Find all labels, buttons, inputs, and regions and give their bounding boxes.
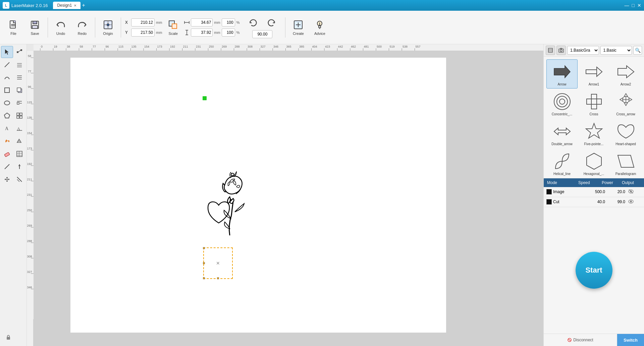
fill-tool[interactable] xyxy=(1,135,13,147)
width-pct-input[interactable] xyxy=(222,18,235,26)
rect-tool[interactable] xyxy=(1,84,13,96)
svg-rect-179 xyxy=(587,99,601,104)
minimize-button[interactable]: — xyxy=(625,3,629,8)
y-input[interactable] xyxy=(131,28,155,37)
pen-tool[interactable] xyxy=(1,59,13,71)
shape-item-helical[interactable]: Helical_line xyxy=(546,149,578,178)
svg-text:211: 211 xyxy=(27,178,32,181)
advice-button[interactable]: Advice xyxy=(310,14,330,41)
object-tool[interactable] xyxy=(14,97,26,109)
tab-close-button[interactable]: ✕ xyxy=(74,4,76,7)
shape-item-hexagonal[interactable]: Hexagonal_... xyxy=(578,149,609,178)
ellipse-tool[interactable] xyxy=(1,97,13,109)
helical-label: Helical_line xyxy=(553,172,571,176)
slice-tool[interactable] xyxy=(14,173,26,185)
new-tab-button[interactable]: + xyxy=(82,2,85,8)
svg-marker-182 xyxy=(586,123,602,138)
shape-item-cross[interactable]: Cross xyxy=(578,89,609,118)
rotate-cw-button[interactable] xyxy=(263,17,280,29)
handle-bottom-mid[interactable] xyxy=(217,277,219,279)
eraser-tool[interactable] xyxy=(1,148,13,160)
handle-mid-left[interactable] xyxy=(203,262,205,264)
svg-rect-49 xyxy=(20,116,22,118)
svg-point-41 xyxy=(4,101,10,105)
cut-visibility-toggle[interactable] xyxy=(628,198,641,206)
disconnect-button[interactable]: Disconnect xyxy=(544,334,617,346)
scale-button[interactable]: Scale xyxy=(165,14,181,41)
text-tool[interactable]: A xyxy=(1,122,13,134)
handle-top-left[interactable] xyxy=(203,247,205,249)
undo-label: Undo xyxy=(56,32,65,36)
curve-tool[interactable] xyxy=(1,71,13,83)
canvas[interactable]: ✕ xyxy=(34,51,543,346)
disconnect-label: Disconnect xyxy=(573,338,593,342)
canvas-area[interactable]: 0193858779611513515417319221123125026928… xyxy=(27,44,543,346)
file-button[interactable]: File xyxy=(3,14,23,41)
close-button[interactable]: ✕ xyxy=(637,3,641,8)
svg-text:327: 327 xyxy=(261,45,266,48)
svg-text:462: 462 xyxy=(351,45,356,48)
hexagonal-label: Hexagonal_... xyxy=(584,172,604,176)
panel-view-btn[interactable] xyxy=(546,46,555,55)
copy-tool[interactable] xyxy=(14,84,26,96)
shape-item-concentric[interactable]: Concentric_... xyxy=(546,89,578,118)
shape-item-arrow2[interactable]: Arrow2 xyxy=(610,59,641,89)
image-visibility-toggle[interactable] xyxy=(628,188,641,195)
maximize-button[interactable]: □ xyxy=(632,3,635,8)
start-button[interactable]: Start xyxy=(576,252,612,289)
rotation-input[interactable] xyxy=(252,30,272,38)
toolbox: A A xyxy=(0,44,27,346)
rotate-ccw-button[interactable] xyxy=(245,17,262,29)
node-tool[interactable] xyxy=(14,46,25,58)
canvas-white-area[interactable]: ✕ xyxy=(70,58,446,333)
svg-marker-180 xyxy=(620,94,632,106)
edit-fill-tool[interactable] xyxy=(14,135,26,147)
preview-tool[interactable] xyxy=(14,161,26,173)
x-unit: mm xyxy=(156,20,162,24)
svg-text:519: 519 xyxy=(390,45,395,48)
layer-row-cut[interactable]: Cut 40.0 99.0 xyxy=(544,197,644,207)
x-input[interactable] xyxy=(131,18,155,26)
select-tool[interactable] xyxy=(1,46,13,58)
layer-row-image[interactable]: Image 500.0 20.0 xyxy=(544,187,644,197)
shape-grid: Arrow Arrow1 Arrow2 Concen xyxy=(544,57,644,178)
shape-item-double-arrow[interactable]: Double_arrow xyxy=(546,119,578,148)
heart-shape-icon xyxy=(616,121,636,141)
shape-item-five-pointed[interactable]: Five-pointe... xyxy=(578,119,609,148)
switch-button[interactable]: Switch xyxy=(617,334,644,346)
measure-tool[interactable] xyxy=(1,161,13,173)
save-button[interactable]: Save xyxy=(25,14,45,41)
align-tool[interactable] xyxy=(14,71,26,83)
width-row: mm % xyxy=(184,18,239,26)
undo-button[interactable]: Undo xyxy=(51,14,71,41)
origin-button[interactable]: Origin xyxy=(98,14,118,41)
shape-subcategory-select[interactable]: 1.Basic xyxy=(600,46,632,55)
shape-item-arrow1[interactable]: Arrow1 xyxy=(578,59,609,89)
shape-category-select[interactable]: 1.BasicGra xyxy=(567,46,599,55)
app-title: LaserMaker 2.0.16 xyxy=(11,3,48,8)
lock-tool[interactable] xyxy=(2,331,14,343)
table-tool[interactable] xyxy=(14,148,26,160)
shape-item-arrow[interactable]: Arrow xyxy=(546,59,578,89)
shape-search-button[interactable]: 🔍 xyxy=(633,46,642,55)
guide-tool[interactable]: A xyxy=(14,122,26,134)
height-pct-input[interactable] xyxy=(222,28,235,37)
shape-item-cross-arrow[interactable]: Cross_arrow xyxy=(610,89,641,118)
scatter-tool[interactable] xyxy=(1,173,13,185)
shape-item-heart[interactable]: Heart-shaped xyxy=(610,119,641,148)
svg-text:38: 38 xyxy=(67,45,70,48)
separator-2 xyxy=(95,17,95,38)
layers-tool[interactable] xyxy=(14,59,26,71)
width-input[interactable] xyxy=(191,18,213,26)
grid-tool[interactable] xyxy=(14,110,26,122)
redo-button[interactable]: Redo xyxy=(72,14,92,41)
svg-point-67 xyxy=(6,179,8,180)
active-tab[interactable]: Design1 ✕ xyxy=(53,2,80,9)
handle-bottom-left[interactable] xyxy=(203,277,205,279)
polygon-tool[interactable] xyxy=(1,110,13,122)
create-button[interactable]: Create xyxy=(288,14,308,41)
panel-camera-btn[interactable] xyxy=(556,46,566,55)
height-input[interactable] xyxy=(191,28,213,37)
shape-item-parallelogram[interactable]: Parallelogram xyxy=(610,149,641,178)
svg-point-177 xyxy=(559,99,565,104)
